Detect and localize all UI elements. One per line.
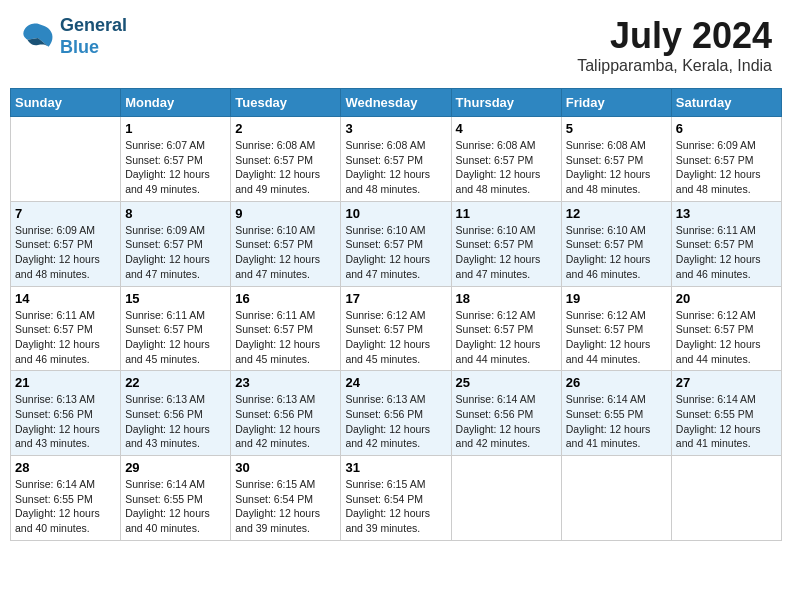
day-cell: 28Sunrise: 6:14 AM Sunset: 6:55 PM Dayli… (11, 456, 121, 541)
day-number: 16 (235, 291, 336, 306)
day-number: 5 (566, 121, 667, 136)
day-cell: 15Sunrise: 6:11 AM Sunset: 6:57 PM Dayli… (121, 286, 231, 371)
day-detail: Sunrise: 6:14 AM Sunset: 6:55 PM Dayligh… (566, 392, 667, 451)
calendar-subtitle: Talipparamba, Kerala, India (577, 57, 772, 75)
day-number: 15 (125, 291, 226, 306)
day-number: 23 (235, 375, 336, 390)
day-detail: Sunrise: 6:09 AM Sunset: 6:57 PM Dayligh… (676, 138, 777, 197)
day-number: 31 (345, 460, 446, 475)
day-detail: Sunrise: 6:14 AM Sunset: 6:55 PM Dayligh… (15, 477, 116, 536)
week-row-5: 28Sunrise: 6:14 AM Sunset: 6:55 PM Dayli… (11, 456, 782, 541)
header-row: SundayMondayTuesdayWednesdayThursdayFrid… (11, 89, 782, 117)
day-detail: Sunrise: 6:13 AM Sunset: 6:56 PM Dayligh… (345, 392, 446, 451)
day-detail: Sunrise: 6:08 AM Sunset: 6:57 PM Dayligh… (345, 138, 446, 197)
header-cell-sunday: Sunday (11, 89, 121, 117)
day-cell: 23Sunrise: 6:13 AM Sunset: 6:56 PM Dayli… (231, 371, 341, 456)
day-detail: Sunrise: 6:08 AM Sunset: 6:57 PM Dayligh… (566, 138, 667, 197)
logo-bird-icon (20, 22, 56, 52)
day-number: 22 (125, 375, 226, 390)
day-cell: 27Sunrise: 6:14 AM Sunset: 6:55 PM Dayli… (671, 371, 781, 456)
header-cell-monday: Monday (121, 89, 231, 117)
day-cell: 11Sunrise: 6:10 AM Sunset: 6:57 PM Dayli… (451, 201, 561, 286)
day-cell (451, 456, 561, 541)
day-cell: 24Sunrise: 6:13 AM Sunset: 6:56 PM Dayli… (341, 371, 451, 456)
calendar-header: SundayMondayTuesdayWednesdayThursdayFrid… (11, 89, 782, 117)
day-cell: 13Sunrise: 6:11 AM Sunset: 6:57 PM Dayli… (671, 201, 781, 286)
day-number: 19 (566, 291, 667, 306)
day-cell: 3Sunrise: 6:08 AM Sunset: 6:57 PM Daylig… (341, 117, 451, 202)
day-cell: 19Sunrise: 6:12 AM Sunset: 6:57 PM Dayli… (561, 286, 671, 371)
day-cell (671, 456, 781, 541)
day-number: 9 (235, 206, 336, 221)
day-cell: 4Sunrise: 6:08 AM Sunset: 6:57 PM Daylig… (451, 117, 561, 202)
day-number: 14 (15, 291, 116, 306)
day-detail: Sunrise: 6:10 AM Sunset: 6:57 PM Dayligh… (456, 223, 557, 282)
day-cell: 5Sunrise: 6:08 AM Sunset: 6:57 PM Daylig… (561, 117, 671, 202)
logo-line2: Blue (60, 37, 99, 57)
day-detail: Sunrise: 6:13 AM Sunset: 6:56 PM Dayligh… (235, 392, 336, 451)
day-detail: Sunrise: 6:14 AM Sunset: 6:56 PM Dayligh… (456, 392, 557, 451)
logo: GeneralBlue (20, 15, 127, 58)
day-cell: 12Sunrise: 6:10 AM Sunset: 6:57 PM Dayli… (561, 201, 671, 286)
day-cell: 7Sunrise: 6:09 AM Sunset: 6:57 PM Daylig… (11, 201, 121, 286)
day-cell: 6Sunrise: 6:09 AM Sunset: 6:57 PM Daylig… (671, 117, 781, 202)
day-number: 6 (676, 121, 777, 136)
day-cell: 29Sunrise: 6:14 AM Sunset: 6:55 PM Dayli… (121, 456, 231, 541)
day-cell: 14Sunrise: 6:11 AM Sunset: 6:57 PM Dayli… (11, 286, 121, 371)
calendar-table: SundayMondayTuesdayWednesdayThursdayFrid… (10, 88, 782, 541)
day-detail: Sunrise: 6:13 AM Sunset: 6:56 PM Dayligh… (125, 392, 226, 451)
day-cell: 21Sunrise: 6:13 AM Sunset: 6:56 PM Dayli… (11, 371, 121, 456)
calendar-title: July 2024 (577, 15, 772, 57)
day-detail: Sunrise: 6:09 AM Sunset: 6:57 PM Dayligh… (15, 223, 116, 282)
day-detail: Sunrise: 6:10 AM Sunset: 6:57 PM Dayligh… (566, 223, 667, 282)
header-cell-saturday: Saturday (671, 89, 781, 117)
day-detail: Sunrise: 6:15 AM Sunset: 6:54 PM Dayligh… (345, 477, 446, 536)
title-block: July 2024 Talipparamba, Kerala, India (577, 15, 772, 75)
day-cell: 22Sunrise: 6:13 AM Sunset: 6:56 PM Dayli… (121, 371, 231, 456)
week-row-3: 14Sunrise: 6:11 AM Sunset: 6:57 PM Dayli… (11, 286, 782, 371)
day-detail: Sunrise: 6:13 AM Sunset: 6:56 PM Dayligh… (15, 392, 116, 451)
day-cell (11, 117, 121, 202)
week-row-1: 1Sunrise: 6:07 AM Sunset: 6:57 PM Daylig… (11, 117, 782, 202)
day-number: 10 (345, 206, 446, 221)
day-number: 28 (15, 460, 116, 475)
day-number: 1 (125, 121, 226, 136)
day-detail: Sunrise: 6:08 AM Sunset: 6:57 PM Dayligh… (235, 138, 336, 197)
day-detail: Sunrise: 6:11 AM Sunset: 6:57 PM Dayligh… (15, 308, 116, 367)
logo-line1: GeneralBlue (60, 15, 127, 58)
day-cell: 26Sunrise: 6:14 AM Sunset: 6:55 PM Dayli… (561, 371, 671, 456)
day-detail: Sunrise: 6:14 AM Sunset: 6:55 PM Dayligh… (125, 477, 226, 536)
day-cell: 18Sunrise: 6:12 AM Sunset: 6:57 PM Dayli… (451, 286, 561, 371)
day-number: 4 (456, 121, 557, 136)
day-cell: 8Sunrise: 6:09 AM Sunset: 6:57 PM Daylig… (121, 201, 231, 286)
day-number: 21 (15, 375, 116, 390)
day-detail: Sunrise: 6:11 AM Sunset: 6:57 PM Dayligh… (125, 308, 226, 367)
day-detail: Sunrise: 6:10 AM Sunset: 6:57 PM Dayligh… (345, 223, 446, 282)
week-row-4: 21Sunrise: 6:13 AM Sunset: 6:56 PM Dayli… (11, 371, 782, 456)
header-cell-wednesday: Wednesday (341, 89, 451, 117)
day-number: 30 (235, 460, 336, 475)
header-cell-tuesday: Tuesday (231, 89, 341, 117)
day-number: 20 (676, 291, 777, 306)
day-number: 12 (566, 206, 667, 221)
day-cell: 10Sunrise: 6:10 AM Sunset: 6:57 PM Dayli… (341, 201, 451, 286)
day-number: 24 (345, 375, 446, 390)
day-number: 26 (566, 375, 667, 390)
day-number: 13 (676, 206, 777, 221)
week-row-2: 7Sunrise: 6:09 AM Sunset: 6:57 PM Daylig… (11, 201, 782, 286)
day-number: 8 (125, 206, 226, 221)
day-cell: 9Sunrise: 6:10 AM Sunset: 6:57 PM Daylig… (231, 201, 341, 286)
day-number: 25 (456, 375, 557, 390)
day-number: 18 (456, 291, 557, 306)
day-detail: Sunrise: 6:07 AM Sunset: 6:57 PM Dayligh… (125, 138, 226, 197)
day-detail: Sunrise: 6:09 AM Sunset: 6:57 PM Dayligh… (125, 223, 226, 282)
day-cell: 30Sunrise: 6:15 AM Sunset: 6:54 PM Dayli… (231, 456, 341, 541)
header-cell-thursday: Thursday (451, 89, 561, 117)
day-cell: 2Sunrise: 6:08 AM Sunset: 6:57 PM Daylig… (231, 117, 341, 202)
day-cell (561, 456, 671, 541)
calendar-body: 1Sunrise: 6:07 AM Sunset: 6:57 PM Daylig… (11, 117, 782, 541)
day-detail: Sunrise: 6:12 AM Sunset: 6:57 PM Dayligh… (345, 308, 446, 367)
day-number: 2 (235, 121, 336, 136)
day-detail: Sunrise: 6:14 AM Sunset: 6:55 PM Dayligh… (676, 392, 777, 451)
header-cell-friday: Friday (561, 89, 671, 117)
